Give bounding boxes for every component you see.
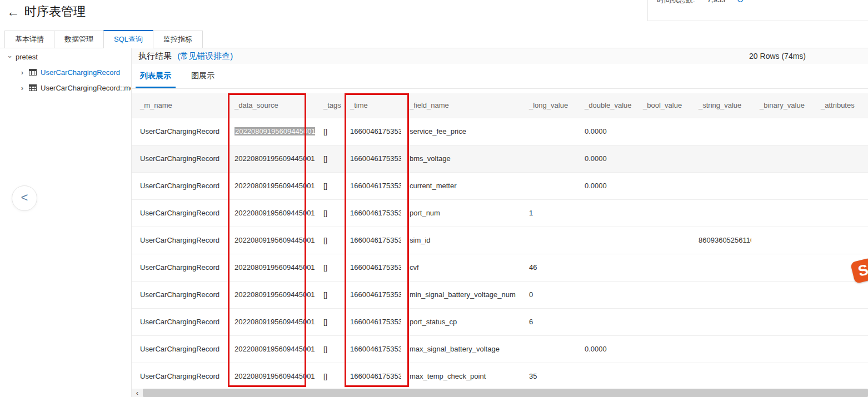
table-cell xyxy=(690,145,751,172)
column-header-time: _time xyxy=(342,93,401,118)
timeline-count-value: 7,953 xyxy=(707,0,726,4)
table-cell: 20220809195609445001 xyxy=(226,254,315,281)
scroll-left-arrow-icon[interactable]: ‹ xyxy=(132,389,143,397)
table-cell xyxy=(635,308,690,335)
table-cell: [] xyxy=(315,172,342,199)
table-cell: 0.0000 xyxy=(576,172,635,199)
column-header-double-value: _double_value xyxy=(576,93,635,118)
table-cell: 1660046175353000 xyxy=(342,145,401,172)
column-header-attributes: _attributes xyxy=(812,93,868,118)
table-cell: cvf xyxy=(401,254,521,281)
table-cell: [] xyxy=(315,118,342,145)
table-cell: 20220809195609445001 xyxy=(226,335,315,363)
tab-basic-details[interactable]: 基本详情 xyxy=(4,31,54,48)
database-tree-sidebar: › pretest ›UserCarChargingRecord›UserCar… xyxy=(0,49,131,397)
table-cell xyxy=(635,172,690,199)
table-cell xyxy=(690,118,751,145)
table-cell xyxy=(812,145,868,172)
table-cell: [] xyxy=(315,335,342,363)
row-count-summary: 20 Rows (74ms) xyxy=(749,52,806,61)
table-cell: 20220809195609445001 xyxy=(226,363,315,390)
table-cell: max_signal_battery_voltage xyxy=(401,335,521,363)
result-view-subtabs: 列表展示图展示 xyxy=(132,64,868,89)
table-cell xyxy=(690,254,751,281)
table-row: UserCarChargingRecord2022080919560944500… xyxy=(132,254,868,281)
tree-item-usercarchargingrecord-meta[interactable]: ›UserCarChargingRecord::meta xyxy=(0,80,131,96)
column-header-binary-value: _binary_value xyxy=(751,93,812,118)
table-cell: 1660046175353000 xyxy=(342,172,401,199)
table-cell: [] xyxy=(315,308,342,335)
chevron-down-icon[interactable]: › xyxy=(4,53,16,61)
subtab-chart-view[interactable]: 图展示 xyxy=(191,64,214,88)
sql-result-panel: 执行结果 (常见错误排查) 20 Rows (74ms) 列表展示图展示 _m_… xyxy=(131,48,868,397)
table-cell xyxy=(521,145,576,172)
table-cell: UserCarChargingRecord xyxy=(132,335,226,363)
table-cell xyxy=(690,199,751,227)
table-cell xyxy=(635,118,690,145)
table-cell: 20220809195609445001 xyxy=(226,199,315,227)
result-header-bar: 执行结果 (常见错误排查) 20 Rows (74ms) xyxy=(132,48,868,64)
table-cell: port_status_cp xyxy=(401,308,521,335)
table-cell xyxy=(751,118,812,145)
table-cell xyxy=(751,281,812,308)
table-cell: UserCarChargingRecord xyxy=(132,227,226,254)
table-cell: [] xyxy=(315,227,342,254)
table-row: UserCarChargingRecord2022080919560944500… xyxy=(132,308,868,335)
table-cell xyxy=(751,145,812,172)
table-cell xyxy=(812,281,868,308)
chevron-right-icon[interactable]: › xyxy=(17,84,28,92)
table-row: UserCarChargingRecord2022080919560944500… xyxy=(132,363,868,390)
table-cell: 1 xyxy=(521,199,576,227)
table-cell: 1660046175353000 xyxy=(342,199,401,227)
table-cell xyxy=(751,254,812,281)
table-cell: 1660046175353000 xyxy=(342,254,401,281)
table-row: UserCarChargingRecord2022080919560944500… xyxy=(132,172,868,199)
result-title: 执行结果 xyxy=(138,51,172,61)
table-cell: port_num xyxy=(401,199,521,227)
table-cell: UserCarChargingRecord xyxy=(132,172,226,199)
table-cell: [] xyxy=(315,199,342,227)
table-cell: 20220809195609445001 xyxy=(226,227,315,254)
table-cell xyxy=(812,199,868,227)
tab-sql-query[interactable]: SQL查询 xyxy=(103,30,153,48)
scrollbar-thumb[interactable] xyxy=(143,389,868,397)
subtab-list-view[interactable]: 列表展示 xyxy=(140,64,171,88)
table-cell xyxy=(521,172,576,199)
table-cell xyxy=(635,281,690,308)
table-cell: [] xyxy=(315,145,342,172)
refresh-icon[interactable]: ↻ xyxy=(736,0,744,4)
table-icon xyxy=(29,69,37,76)
table-cell xyxy=(635,145,690,172)
sidebar-collapse-button[interactable]: < xyxy=(12,185,37,211)
table-cell: 35 xyxy=(521,363,576,390)
table-cell xyxy=(521,118,576,145)
table-cell: [] xyxy=(315,281,342,308)
table-row: UserCarChargingRecord2022080919560944500… xyxy=(132,335,868,363)
table-cell: 1660046175353000 xyxy=(342,227,401,254)
tree-item-usercarchargingrecord[interactable]: ›UserCarChargingRecord xyxy=(0,64,131,80)
table-cell xyxy=(812,118,868,145)
table-cell xyxy=(812,308,868,335)
back-arrow-icon[interactable]: ← xyxy=(7,6,19,18)
tab-data-management[interactable]: 数据管理 xyxy=(54,31,104,48)
table-cell xyxy=(635,254,690,281)
table-row: UserCarChargingRecord2022080919560944500… xyxy=(132,281,868,308)
table-cell xyxy=(812,335,868,363)
table-cell: bms_voltage xyxy=(401,145,521,172)
table-cell xyxy=(690,335,751,363)
table-cell xyxy=(812,227,868,254)
table-cell: 0.0000 xyxy=(576,118,635,145)
table-cell xyxy=(635,227,690,254)
tab-monitor-metrics[interactable]: 监控指标 xyxy=(153,31,203,48)
result-table-wrapper: _m_name_data_source_tags_time_field_name… xyxy=(132,93,868,390)
chevron-right-icon[interactable]: › xyxy=(17,68,28,77)
timeline-count-panel: 时间线总数: 7,953 ↻ xyxy=(647,0,868,21)
table-cell: 20220809195609445001 xyxy=(226,118,315,145)
table-row: UserCarChargingRecord2022080919560944500… xyxy=(132,227,868,254)
horizontal-scrollbar[interactable]: ‹ xyxy=(132,389,868,397)
tree-root-pretest[interactable]: › pretest xyxy=(0,49,131,64)
common-error-help-link[interactable]: (常见错误排查) xyxy=(177,51,233,61)
table-cell: UserCarChargingRecord xyxy=(132,281,226,308)
table-cell: 1660046175353000 xyxy=(342,308,401,335)
column-header-data-source: _data_source xyxy=(226,93,315,118)
